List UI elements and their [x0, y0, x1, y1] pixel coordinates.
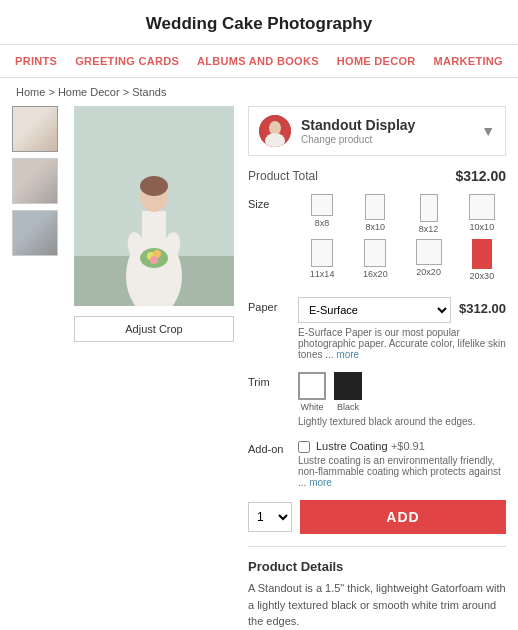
- size-20x20[interactable]: 20x20: [405, 239, 453, 281]
- product-total-row: Product Total $312.00: [248, 168, 506, 184]
- svg-point-11: [150, 256, 158, 264]
- product-total-price: $312.00: [455, 168, 506, 184]
- size-20x30[interactable]: 20x30: [458, 239, 506, 281]
- chevron-down-icon: ▼: [481, 123, 495, 139]
- size-8x10[interactable]: 8x10: [351, 194, 399, 234]
- addon-section: Add-on Lustre Coating +$0.91 Lustre coat…: [248, 439, 506, 488]
- details-title: Product Details: [248, 559, 506, 574]
- thumbnail-list: [12, 106, 60, 630]
- product-avatar: [259, 115, 291, 147]
- white-swatch: [298, 372, 326, 400]
- svg-point-13: [269, 121, 281, 135]
- breadcrumb: Home > Home Decor > Stands: [0, 78, 518, 106]
- trim-options: White Black Lightly textured black aroun…: [298, 372, 506, 427]
- size-grid: 8x8 8x10 8x12: [298, 194, 506, 281]
- trim-label: Trim: [248, 372, 288, 388]
- product-name: Standout Display: [301, 117, 471, 134]
- trim-swatches: White Black: [298, 372, 506, 412]
- product-total-label: Product Total: [248, 169, 318, 183]
- qty-add-row: 1 2 3 4 5 ADD: [248, 500, 506, 534]
- paper-select[interactable]: E-Surface Metallic Lustre: [298, 297, 451, 323]
- paper-options: E-Surface Metallic Lustre $312.00 E-Surf…: [298, 297, 506, 360]
- size-8x12[interactable]: 8x12: [405, 194, 453, 234]
- main-nav: PRINTS GREETING CARDS ALBUMS AND BOOKS H…: [0, 45, 518, 78]
- site-title: Wedding Cake Photography: [146, 14, 372, 33]
- size-8x8[interactable]: 8x8: [298, 194, 346, 234]
- trim-black[interactable]: Black: [334, 372, 362, 412]
- trim-section: Trim White Black Lightly textured black …: [248, 372, 506, 427]
- nav-item-home-decor[interactable]: HOME DECOR: [337, 55, 416, 67]
- product-details: Product Details A Standout is a 1.5" thi…: [248, 559, 506, 630]
- content-area: Adjust Crop Standout Display Change prod…: [0, 106, 518, 630]
- change-product-label: Change product: [301, 134, 471, 145]
- thumbnail-2[interactable]: [12, 158, 58, 204]
- addon-label: Add-on: [248, 439, 288, 455]
- addon-text: Lustre Coating +$0.91: [316, 439, 506, 453]
- addon-row: Lustre Coating +$0.91: [298, 439, 506, 453]
- addon-more-link[interactable]: more: [309, 477, 332, 488]
- addon-name: Lustre Coating: [316, 440, 388, 452]
- size-10x10[interactable]: 10x10: [458, 194, 506, 234]
- site-header: Wedding Cake Photography: [0, 0, 518, 45]
- nav-item-greeting-cards[interactable]: GREETING CARDS: [75, 55, 179, 67]
- trim-description: Lightly textured black around the edges.: [298, 416, 506, 427]
- main-image-area: Adjust Crop: [74, 106, 234, 630]
- paper-more-link[interactable]: more: [336, 349, 359, 360]
- product-header-dropdown[interactable]: Standout Display Change product ▼: [248, 106, 506, 156]
- thumbnail-1[interactable]: [12, 106, 58, 152]
- paper-label: Paper: [248, 297, 288, 313]
- paper-description: E-Surface Paper is our most popular phot…: [298, 327, 506, 360]
- product-panel: Standout Display Change product ▼ Produc…: [248, 106, 506, 630]
- details-text: A Standout is a 1.5" thick, lightweight …: [248, 580, 506, 630]
- main-product-image: [74, 106, 234, 306]
- add-to-cart-button[interactable]: ADD: [300, 500, 506, 534]
- paper-price: $312.00: [459, 297, 506, 316]
- addon-checkbox[interactable]: [298, 441, 310, 453]
- paper-select-row: E-Surface Metallic Lustre $312.00: [298, 297, 506, 323]
- trim-white[interactable]: White: [298, 372, 326, 412]
- black-swatch: [334, 372, 362, 400]
- addon-description: Lustre coating is an environmentally fri…: [298, 455, 506, 488]
- qty-select[interactable]: 1 2 3 4 5: [248, 502, 292, 532]
- section-divider: [248, 546, 506, 547]
- addon-price: +$0.91: [391, 440, 425, 452]
- size-options: 8x8 8x10 8x12: [298, 194, 506, 285]
- size-section: Size 8x8 8x10: [248, 194, 506, 285]
- adjust-crop-button[interactable]: Adjust Crop: [74, 316, 234, 342]
- product-header-text: Standout Display Change product: [301, 117, 471, 145]
- addon-content: Lustre Coating +$0.91 Lustre coating is …: [298, 439, 506, 488]
- nav-item-marketing[interactable]: MARKETING: [434, 55, 503, 67]
- size-11x14[interactable]: 11x14: [298, 239, 346, 281]
- paper-section: Paper E-Surface Metallic Lustre $312.00 …: [248, 297, 506, 360]
- size-label: Size: [248, 194, 288, 210]
- size-16x20[interactable]: 16x20: [351, 239, 399, 281]
- nav-item-albums-books[interactable]: ALBUMS AND BOOKS: [197, 55, 319, 67]
- thumbnail-3[interactable]: [12, 210, 58, 256]
- svg-point-5: [140, 176, 168, 196]
- nav-item-prints[interactable]: PRINTS: [15, 55, 57, 67]
